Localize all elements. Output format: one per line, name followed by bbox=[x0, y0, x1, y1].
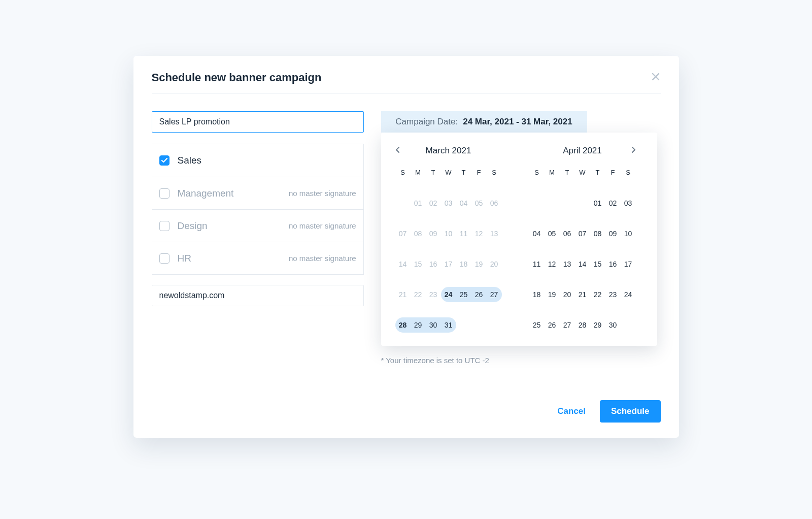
modal-title: Schedule new banner campaign bbox=[152, 71, 322, 84]
calendar-day[interactable]: 08 bbox=[411, 226, 426, 241]
department-label: HR bbox=[178, 253, 191, 264]
calendar-day[interactable]: 24 bbox=[621, 287, 636, 302]
calendar-day[interactable]: 28 bbox=[575, 317, 590, 333]
calendar-right: April 2021 SMTWTFS0102030405060708091011… bbox=[529, 144, 636, 333]
department-note: no master signature bbox=[289, 254, 356, 263]
department-label: Sales bbox=[178, 155, 202, 166]
calendar-day[interactable]: 30 bbox=[426, 317, 441, 333]
calendar-day[interactable]: 21 bbox=[395, 287, 411, 302]
calendar-blank bbox=[545, 196, 560, 211]
calendar-dow: S bbox=[529, 165, 545, 180]
calendar-day[interactable]: 25 bbox=[529, 317, 545, 333]
calendar-day[interactable]: 06 bbox=[487, 196, 502, 211]
cancel-button[interactable]: Cancel bbox=[557, 406, 586, 416]
calendar-day[interactable]: 26 bbox=[471, 287, 487, 302]
calendar-day[interactable]: 17 bbox=[441, 256, 456, 272]
calendar-day[interactable]: 07 bbox=[395, 226, 411, 241]
calendar-day[interactable]: 31 bbox=[441, 317, 456, 333]
calendar-day[interactable]: 21 bbox=[575, 287, 590, 302]
calendar-day[interactable]: 23 bbox=[426, 287, 441, 302]
department-checkbox[interactable] bbox=[159, 188, 170, 199]
calendar-day[interactable]: 14 bbox=[575, 256, 590, 272]
calendar-blank bbox=[575, 196, 590, 211]
calendar-day[interactable]: 16 bbox=[426, 256, 441, 272]
campaign-date-label: Campaign Date: bbox=[395, 117, 458, 127]
calendar-day[interactable]: 08 bbox=[590, 226, 605, 241]
calendar-day[interactable]: 11 bbox=[529, 256, 545, 272]
calendar-dow: T bbox=[560, 165, 575, 180]
calendar-dow: S bbox=[621, 165, 636, 180]
calendar-prev-icon[interactable] bbox=[395, 146, 400, 156]
calendar-day[interactable]: 26 bbox=[545, 317, 560, 333]
calendar-dow: S bbox=[395, 165, 411, 180]
calendar-dow: W bbox=[441, 165, 456, 180]
calendar-next-icon[interactable] bbox=[631, 146, 636, 156]
calendar-day[interactable]: 24 bbox=[441, 287, 456, 302]
schedule-button[interactable]: Schedule bbox=[600, 400, 661, 423]
calendar-day[interactable]: 09 bbox=[605, 226, 621, 241]
department-row[interactable]: HRno master signature bbox=[152, 242, 363, 274]
calendar-day[interactable]: 30 bbox=[605, 317, 621, 333]
calendar-day[interactable]: 11 bbox=[456, 226, 471, 241]
calendar-day[interactable]: 04 bbox=[529, 226, 545, 241]
department-checkbox[interactable] bbox=[159, 253, 170, 264]
calendar-day[interactable]: 18 bbox=[456, 256, 471, 272]
calendar-day[interactable]: 19 bbox=[471, 256, 487, 272]
calendar-dow: F bbox=[605, 165, 621, 180]
department-note: no master signature bbox=[289, 189, 356, 198]
calendar-dow: T bbox=[426, 165, 441, 180]
campaign-name-input[interactable] bbox=[152, 111, 364, 133]
calendar-dow: W bbox=[575, 165, 590, 180]
calendar-day[interactable]: 10 bbox=[441, 226, 456, 241]
department-row[interactable]: Sales bbox=[152, 144, 363, 177]
calendar-day[interactable]: 22 bbox=[411, 287, 426, 302]
calendar-day[interactable]: 04 bbox=[456, 196, 471, 211]
calendar-day[interactable]: 03 bbox=[621, 196, 636, 211]
calendar-day[interactable]: 03 bbox=[441, 196, 456, 211]
calendar-day[interactable]: 05 bbox=[471, 196, 487, 211]
timezone-note: * Your timezone is set to UTC -2 bbox=[381, 356, 661, 365]
calendar-day[interactable]: 19 bbox=[545, 287, 560, 302]
calendar-day[interactable]: 09 bbox=[426, 226, 441, 241]
calendar-day[interactable]: 06 bbox=[560, 226, 575, 241]
calendar-day[interactable]: 20 bbox=[560, 287, 575, 302]
department-checkbox[interactable] bbox=[159, 221, 170, 231]
department-row[interactable]: Designno master signature bbox=[152, 209, 363, 242]
calendar-day[interactable]: 10 bbox=[621, 226, 636, 241]
calendar-day[interactable]: 22 bbox=[590, 287, 605, 302]
calendar-day[interactable]: 02 bbox=[605, 196, 621, 211]
calendar-day[interactable]: 27 bbox=[560, 317, 575, 333]
calendar-left-title: March 2021 bbox=[426, 146, 471, 156]
calendar-day[interactable]: 23 bbox=[605, 287, 621, 302]
calendar-day[interactable]: 27 bbox=[487, 287, 502, 302]
calendar-day[interactable]: 14 bbox=[395, 256, 411, 272]
calendar-day[interactable]: 28 bbox=[395, 317, 411, 333]
calendar-blank bbox=[560, 196, 575, 211]
calendar-day[interactable]: 29 bbox=[590, 317, 605, 333]
modal-body: SalesManagementno master signatureDesign… bbox=[152, 94, 661, 365]
calendar-left: March 2021 SMTWTFS0102030405060708091011… bbox=[395, 144, 502, 333]
calendar-day[interactable]: 20 bbox=[487, 256, 502, 272]
calendar-day[interactable]: 29 bbox=[411, 317, 426, 333]
calendar-day[interactable]: 18 bbox=[529, 287, 545, 302]
calendar-card: March 2021 SMTWTFS0102030405060708091011… bbox=[381, 133, 657, 346]
calendar-day[interactable]: 13 bbox=[487, 226, 502, 241]
calendar-day[interactable]: 15 bbox=[590, 256, 605, 272]
calendar-day[interactable]: 01 bbox=[411, 196, 426, 211]
calendar-day[interactable]: 16 bbox=[605, 256, 621, 272]
calendar-day[interactable]: 02 bbox=[426, 196, 441, 211]
calendar-day[interactable]: 17 bbox=[621, 256, 636, 272]
calendar-day[interactable]: 15 bbox=[411, 256, 426, 272]
calendar-day[interactable]: 12 bbox=[545, 256, 560, 272]
calendar-day[interactable]: 01 bbox=[590, 196, 605, 211]
calendar-day[interactable]: 25 bbox=[456, 287, 471, 302]
calendar-day[interactable]: 07 bbox=[575, 226, 590, 241]
department-checkbox[interactable] bbox=[159, 155, 170, 166]
campaign-date-value: 24 Mar, 2021 - 31 Mar, 2021 bbox=[463, 117, 572, 127]
department-row[interactable]: Managementno master signature bbox=[152, 177, 363, 209]
close-icon[interactable] bbox=[651, 72, 661, 84]
calendar-day[interactable]: 05 bbox=[545, 226, 560, 241]
calendar-day[interactable]: 13 bbox=[560, 256, 575, 272]
calendar-day[interactable]: 12 bbox=[471, 226, 487, 241]
campaign-url-input[interactable] bbox=[152, 285, 364, 306]
